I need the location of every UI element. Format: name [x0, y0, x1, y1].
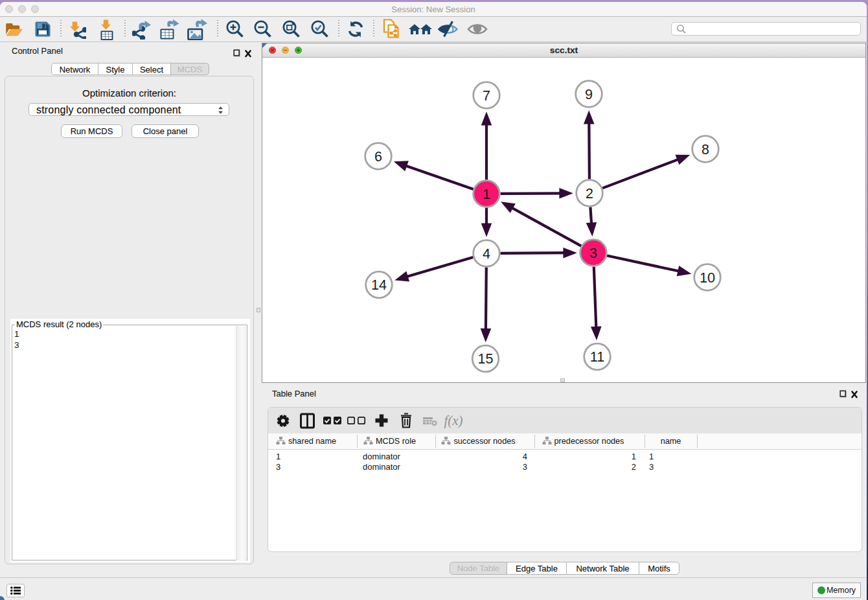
svg-text:15: 15: [478, 351, 494, 367]
svg-text:8: 8: [702, 142, 709, 157]
svg-text:7: 7: [483, 88, 490, 104]
svg-text:6: 6: [374, 149, 382, 165]
svg-text:14: 14: [371, 277, 387, 293]
svg-text:4: 4: [483, 246, 490, 262]
svg-text:9: 9: [585, 87, 593, 102]
svg-text:10: 10: [700, 270, 715, 286]
svg-text:1: 1: [483, 187, 490, 202]
svg-text:3: 3: [589, 246, 597, 261]
svg-text:11: 11: [590, 349, 604, 365]
svg-text:2: 2: [586, 186, 593, 202]
